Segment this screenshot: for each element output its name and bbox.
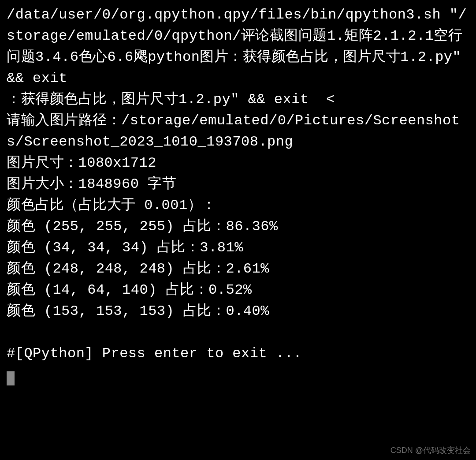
echo-line: ：获得颜色占比，图片尺寸1.2.py" && exit < xyxy=(7,89,469,110)
color-line: 颜色 (34, 34, 34) 占比：3.81% xyxy=(7,237,469,258)
color-ratio-header: 颜色占比（占比大于 0.001）： xyxy=(7,195,469,216)
command-line: /data/user/0/org.qpython.qpy/files/bin/q… xyxy=(7,4,469,89)
input-prompt-line: 请输入图片路径：/storage/emulated/0/Pictures/Scr… xyxy=(7,110,469,153)
exit-prompt[interactable]: #[QPython] Press enter to exit ... xyxy=(7,343,469,364)
watermark-text: CSDN @代码改变社会 xyxy=(390,445,471,456)
color-line: 颜色 (255, 255, 255) 占比：86.36% xyxy=(7,216,469,237)
image-size-line: 图片大小：1848960 字节 xyxy=(7,174,469,195)
image-dimensions-line: 图片尺寸：1080x1712 xyxy=(7,153,469,174)
color-line: 颜色 (14, 64, 140) 占比：0.52% xyxy=(7,280,469,301)
color-line: 颜色 (248, 248, 248) 占比：2.61% xyxy=(7,258,469,280)
color-line: 颜色 (153, 153, 153) 占比：0.40% xyxy=(7,301,469,322)
cursor-icon xyxy=(7,371,15,385)
blank-line xyxy=(7,322,469,343)
cursor-line[interactable] xyxy=(7,364,469,385)
